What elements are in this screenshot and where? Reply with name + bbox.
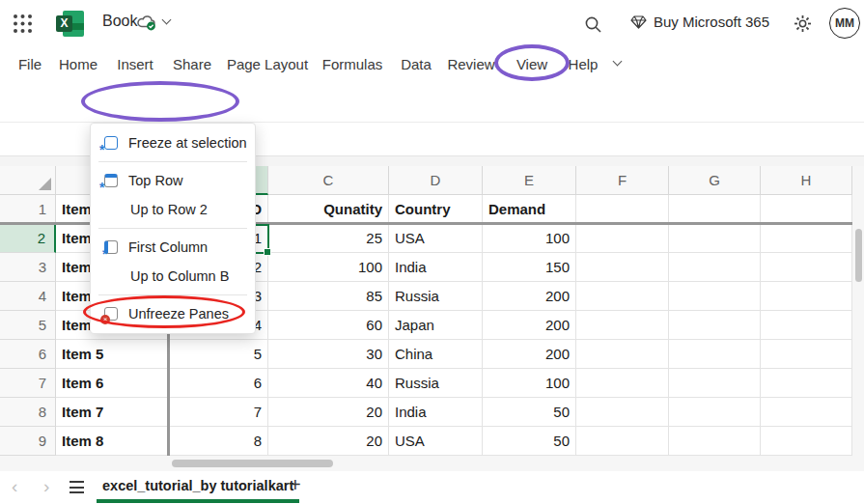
cell-H2[interactable] <box>761 224 852 253</box>
tab-formulas[interactable]: Formulas <box>322 46 383 82</box>
cell-B9[interactable]: 8 <box>169 427 268 456</box>
cell-B8[interactable]: 7 <box>169 398 268 427</box>
cell-D5[interactable]: Japan <box>389 311 483 340</box>
cell-C9[interactable]: 20 <box>268 427 389 456</box>
menu-item-unfreeze-panes[interactable]: ×Unfreeze Panes <box>91 299 255 328</box>
row-header-1[interactable]: 1 <box>0 195 56 224</box>
cell-D3[interactable]: India <box>389 253 483 282</box>
row-header-3[interactable]: 3 <box>0 253 56 282</box>
cell-C7[interactable]: 40 <box>268 369 389 398</box>
tab-file[interactable]: File <box>18 46 42 82</box>
cell-F3[interactable] <box>576 253 669 282</box>
tab-data[interactable]: Data <box>401 46 432 82</box>
cell-F2[interactable] <box>576 224 669 253</box>
cell-E6[interactable]: 200 <box>483 340 576 369</box>
cell-G1[interactable] <box>669 195 761 224</box>
cell-H1[interactable] <box>761 195 852 224</box>
cell-F5[interactable] <box>576 311 669 340</box>
cell-H6[interactable] <box>761 340 852 369</box>
column-header-G[interactable]: G <box>669 166 761 195</box>
cell-D1[interactable]: Country <box>389 195 483 224</box>
cell-C8[interactable]: 20 <box>268 398 389 427</box>
cell-H8[interactable] <box>761 398 852 427</box>
cell-A7[interactable]: Item 6 <box>56 369 169 398</box>
tab-review[interactable]: Review <box>447 46 494 82</box>
active-sheet-tab[interactable]: excel_tutorial_by tutorialkart <box>97 471 299 503</box>
tab-view[interactable]: View <box>516 46 547 82</box>
cell-C3[interactable]: 100 <box>268 253 389 282</box>
cell-C5[interactable]: 60 <box>268 311 389 340</box>
previous-sheet-button[interactable]: ‹ <box>12 476 17 497</box>
column-header-F[interactable]: F <box>576 166 669 195</box>
cell-G2[interactable] <box>669 224 761 253</box>
row-header-5[interactable]: 5 <box>0 311 56 340</box>
cell-D9[interactable]: USA <box>389 427 483 456</box>
cell-H4[interactable] <box>761 282 852 311</box>
cell-A6[interactable]: Item 5 <box>56 340 169 369</box>
ribbon-tabs-overflow-chevron-icon[interactable] <box>613 57 623 67</box>
cell-H3[interactable] <box>761 253 852 282</box>
search-icon[interactable] <box>584 15 602 34</box>
column-header-C[interactable]: C <box>268 166 389 195</box>
excel-logo-icon[interactable]: X <box>56 11 84 37</box>
settings-gear-icon[interactable] <box>794 14 812 33</box>
row-header-4[interactable]: 4 <box>0 282 56 311</box>
next-sheet-button[interactable]: › <box>43 476 49 497</box>
title-menu-chevron-icon[interactable] <box>162 15 172 25</box>
cell-D6[interactable]: China <box>389 340 483 369</box>
select-all-corner[interactable] <box>0 166 56 195</box>
cell-G6[interactable] <box>669 340 761 369</box>
row-header-6[interactable]: 6 <box>0 340 56 369</box>
cell-E3[interactable]: 150 <box>483 253 576 282</box>
horizontal-scrollbar-thumb[interactable] <box>172 460 333 467</box>
cell-E1[interactable]: Demand <box>483 195 576 224</box>
cell-C4[interactable]: 85 <box>268 282 389 311</box>
save-status-cloud-icon[interactable] <box>136 14 159 32</box>
cell-E7[interactable]: 100 <box>483 369 576 398</box>
vertical-scrollbar[interactable] <box>852 166 864 456</box>
menu-item-first-column[interactable]: *First Column <box>91 233 255 262</box>
tab-page-layout[interactable]: Page Layout <box>227 46 308 82</box>
fill-handle[interactable] <box>264 248 271 256</box>
cell-H5[interactable] <box>761 311 852 340</box>
cell-H7[interactable] <box>761 369 852 398</box>
cell-A9[interactable]: Item 8 <box>56 427 169 456</box>
tab-home[interactable]: Home <box>59 46 98 82</box>
cell-F1[interactable] <box>576 195 669 224</box>
cell-E5[interactable]: 200 <box>483 311 576 340</box>
cell-H9[interactable] <box>761 427 852 456</box>
tab-share[interactable]: Share <box>173 46 211 82</box>
cell-D8[interactable]: India <box>389 398 483 427</box>
cell-F8[interactable] <box>576 398 669 427</box>
menu-item-top-row[interactable]: *Top Row <box>91 166 255 195</box>
cell-E8[interactable]: 50 <box>483 398 576 427</box>
cell-C2[interactable]: 25 <box>268 224 389 253</box>
menu-item-up-to-row-2[interactable]: Up to Row 2 <box>91 195 255 224</box>
row-header-9[interactable]: 9 <box>0 427 56 456</box>
vertical-scrollbar-thumb[interactable] <box>855 229 862 282</box>
cell-G7[interactable] <box>669 369 761 398</box>
cell-F4[interactable] <box>576 282 669 311</box>
cell-F9[interactable] <box>576 427 669 456</box>
cell-D7[interactable]: Russia <box>389 369 483 398</box>
cell-E9[interactable]: 50 <box>483 427 576 456</box>
cell-G3[interactable] <box>669 253 761 282</box>
cell-F7[interactable] <box>576 369 669 398</box>
cell-C1[interactable]: Qunatity <box>268 195 389 224</box>
cell-B7[interactable]: 6 <box>169 369 268 398</box>
cell-E2[interactable]: 100 <box>483 224 576 253</box>
sheet-list-menu-icon[interactable] <box>70 481 84 493</box>
cell-G5[interactable] <box>669 311 761 340</box>
buy-microsoft-365-button[interactable]: Buy Microsoft 365 <box>630 14 769 30</box>
column-header-D[interactable]: D <box>389 166 483 195</box>
row-header-7[interactable]: 7 <box>0 369 56 398</box>
row-header-8[interactable]: 8 <box>0 398 56 427</box>
menu-item-up-to-column-b[interactable]: Up to Column B <box>91 262 255 291</box>
cell-G8[interactable] <box>669 398 761 427</box>
cell-E4[interactable]: 200 <box>483 282 576 311</box>
cell-D2[interactable]: USA <box>389 224 483 253</box>
horizontal-scrollbar[interactable] <box>0 456 864 471</box>
tab-insert[interactable]: Insert <box>117 46 153 82</box>
cell-G4[interactable] <box>669 282 761 311</box>
column-header-E[interactable]: E <box>483 166 576 195</box>
